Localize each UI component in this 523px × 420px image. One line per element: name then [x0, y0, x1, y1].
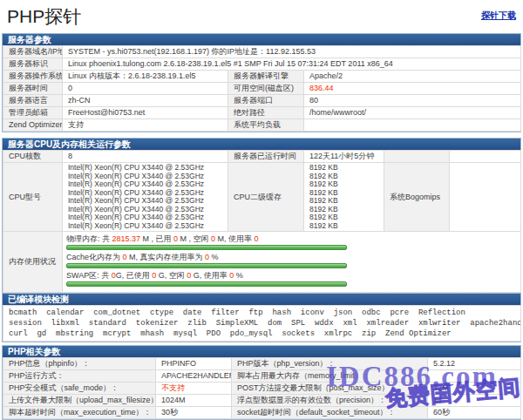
value-cell: APACHE2HANDLER: [156, 370, 232, 383]
label-cell: 服务器解译引擎: [228, 71, 304, 83]
value-cell: 60秒: [428, 407, 521, 419]
label-cell: PHP版本（php_version）：: [232, 358, 428, 370]
php-params-header: PHP相关参数: [3, 346, 520, 357]
label-cell: socket超时时间（default_socket_timeout）：: [232, 407, 428, 419]
value-cell: 物理内存: 共 2815.37 M , 已用 0 M , 空闲 0 M, 使用率…: [63, 232, 521, 293]
label-cell: PHP安全模式（safe_mode）：: [3, 383, 156, 395]
table-row: 服务器时间0可用空间(磁盘区)836.44: [3, 83, 521, 95]
label-cell: 绝对路径: [228, 107, 304, 119]
value-cell: 836.44: [304, 83, 521, 95]
table-row: 管理员邮箱FreeHost@hi0753.net绝对路径/home/wwwroo…: [3, 107, 521, 119]
label-cell: 服务器语言: [3, 95, 63, 107]
label-cell: 服务器时间: [3, 83, 63, 95]
label-cell: Zend Optimizer: [3, 119, 63, 132]
cpu-memory-params-header: 服务器CPU及内存相关运行参数: [3, 139, 520, 150]
phpinfo-link[interactable]: PHPINFO: [156, 358, 232, 370]
value-cell: 不支持: [156, 383, 232, 395]
probe-download-link[interactable]: 探针下载: [481, 10, 516, 22]
label-cell: 服务器端口: [228, 95, 304, 107]
value-cell: Intel(R) Xeon(R) CPU X3440 @ 2.53GHzInte…: [63, 163, 228, 232]
value-cell: Linux 内核版本：2.6.18-238.19.1.el5: [63, 71, 228, 83]
label-cell: 系统平均负载: [228, 119, 304, 132]
table-row: CPU核数8服务器已运行时间122天11小时5分钟: [3, 151, 521, 163]
cpu-memory-params-table: CPU核数8服务器已运行时间122天11小时5分钟CPU型号Intel(R) X…: [3, 150, 521, 293]
value-cell: SYSTEM - ys.hi0753.net(192.168.1.197) 你的…: [63, 46, 521, 58]
cpu-memory-params-section: 服务器CPU及内存相关运行参数CPU核数8服务器已运行时间122天11小时5分钟…: [2, 138, 521, 294]
value-cell: 14: [428, 395, 521, 407]
label-cell: 系统Bogomips: [384, 163, 450, 232]
label-cell: 浮点型数据显示的有效位数（precision）：: [232, 395, 428, 407]
label-cell: PHP运行方式：: [3, 370, 156, 383]
value-cell: 5.2.12: [428, 358, 521, 370]
compiled-modules-table: bcmath calendar com_dotnet ctype date fi…: [3, 305, 521, 342]
value-cell: 32M: [428, 383, 521, 395]
table-row: Zend Optimizer支持系统平均负载: [3, 119, 521, 132]
php-probe-page: PHP探针 探针下载 服务器参数服务器域名/IP地址SYSTEM - ys.hi…: [0, 0, 523, 420]
value-cell: 8: [63, 151, 228, 163]
server-params-table: 服务器域名/IP地址SYSTEM - ys.hi0753.net(192.168…: [3, 45, 521, 132]
page-title: PHP探针: [7, 4, 81, 29]
value-cell: 122天11小时5分钟: [304, 151, 384, 163]
label-cell: 可用空间(磁盘区): [228, 83, 304, 95]
value-cell: Linux phoenix1.tulong.com 2.6.18-238.19.…: [63, 58, 521, 71]
label-cell: 服务器操作系统: [3, 71, 63, 83]
value-cell: 1024M: [156, 395, 232, 407]
value-cell: [304, 119, 521, 132]
value-cell: zh-CN: [63, 95, 228, 107]
memory-usage-text: 物理内存: 共 2815.37 M , 已用 0 M , 空闲 0 M, 使用率…: [66, 234, 519, 244]
value-cell: 支持: [63, 119, 228, 132]
value-cell: 80: [304, 95, 521, 107]
label-cell: 管理员邮箱: [3, 107, 63, 119]
table-row: bcmath calendar com_dotnet ctype date fi…: [3, 306, 521, 342]
label-cell: 服务器已运行时间: [228, 151, 304, 163]
table-row: 服务器标识Linux phoenix1.tulong.com 2.6.18-23…: [3, 58, 521, 71]
label-cell: PHP信息（phpinfo）：: [3, 358, 156, 370]
memory-usage-bar: [66, 245, 347, 250]
memory-usage-text: SWAP区: 共 0G, 已使用 0 G, 空闲 0 G, 使用率 0 %: [66, 271, 519, 281]
value-cell: 30秒: [156, 407, 232, 419]
table-row: PHP安全模式（safe_mode）：不支持POST方法提交最大限制（post_…: [3, 383, 521, 395]
table-row: 上传文件最大限制（upload_max_filesize）：1024M浮点型数据…: [3, 395, 521, 407]
server-params-header: 服务器参数: [3, 34, 520, 45]
label-cell: CPU二级缓存: [228, 163, 304, 232]
server-params-section: 服务器参数服务器域名/IP地址SYSTEM - ys.hi0753.net(19…: [2, 33, 521, 132]
table-row: 脚本超时时间（max_execution_time）：30秒socket超时时间…: [3, 407, 521, 419]
php-params-table: PHP信息（phpinfo）：PHPINFOPHP版本（php_version）…: [3, 357, 521, 419]
label-cell: 内存使用状况: [3, 232, 63, 293]
label-cell: CPU核数: [3, 151, 63, 163]
table-row: PHP信息（phpinfo）：PHPINFOPHP版本（php_version）…: [3, 358, 521, 370]
label-cell: CPU型号: [3, 163, 63, 232]
table-row: 服务器域名/IP地址SYSTEM - ys.hi0753.net(192.168…: [3, 46, 521, 58]
label-cell: [384, 151, 450, 163]
table-row: 服务器操作系统Linux 内核版本：2.6.18-238.19.1.el5服务器…: [3, 71, 521, 83]
memory-usage-text: Cache化内存为 0 M, 真实内存使用率为 0 %: [66, 253, 519, 262]
value-cell: 0: [63, 83, 228, 95]
value-cell: Apache/2: [304, 71, 521, 83]
value-cell: [450, 151, 521, 163]
memory-usage-bar: [66, 263, 347, 268]
label-cell: 脚本超时时间（max_execution_time）：: [3, 407, 156, 419]
table-row: 服务器语言zh-CN服务器端口80: [3, 95, 521, 107]
label-cell: 服务器标识: [3, 58, 63, 71]
value-cell: FreeHost@hi0753.net: [63, 107, 228, 119]
value-cell: bcmath calendar com_dotnet ctype date fi…: [3, 306, 521, 342]
compiled-modules-header: 已编译模块检测: [3, 294, 520, 305]
value-cell: [450, 163, 521, 232]
table-row: PHP运行方式：APACHE2HANDLER脚本占用最大内存（memory_li…: [3, 370, 521, 383]
label-cell: 上传文件最大限制（upload_max_filesize）：: [3, 395, 156, 407]
label-cell: POST方法提交最大限制（post_max_size）：: [232, 383, 428, 395]
table-row: 内存使用状况物理内存: 共 2815.37 M , 已用 0 M , 空闲 0 …: [3, 232, 521, 293]
table-row: CPU型号Intel(R) Xeon(R) CPU X3440 @ 2.53GH…: [3, 163, 521, 232]
label-cell: 脚本占用最大内存（memory_limit）：: [232, 370, 428, 383]
value-cell: [428, 370, 521, 383]
value-cell: /home/wwwroot/: [304, 107, 521, 119]
label-cell: 服务器域名/IP地址: [3, 46, 63, 58]
php-params-section: PHP相关参数PHP信息（phpinfo）：PHPINFOPHP版本（php_v…: [2, 345, 521, 420]
memory-usage-bar: [66, 281, 347, 287]
value-cell: 8192 KB8192 KB8192 KB8192 KB8192 KB8192 …: [304, 163, 384, 232]
compiled-modules-section: 已编译模块检测bcmath calendar com_dotnet ctype …: [2, 293, 521, 342]
